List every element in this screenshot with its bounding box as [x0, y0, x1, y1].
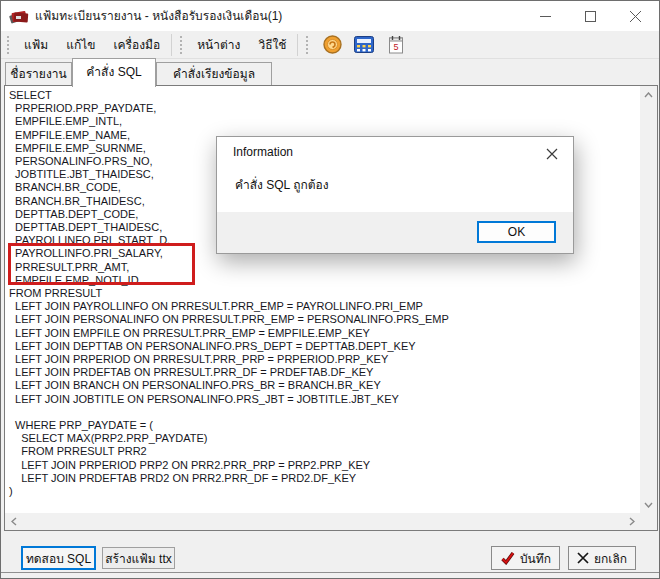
sql-line: LEFT JOIN PRPERIOD ON PRRESULT.PRR_PRP =…: [9, 353, 640, 366]
toolbar-divider: [171, 34, 172, 56]
toolbar-icons: 5: [314, 35, 414, 55]
close-icon: [546, 148, 558, 160]
menu-file[interactable]: แฟ้ม: [15, 30, 57, 59]
menu-edit[interactable]: แก้ไข: [57, 30, 104, 59]
minimize-icon: [540, 11, 551, 22]
sql-line: LEFT JOIN PAYROLLINFO ON PRRESULT.PRR_EM…: [9, 300, 640, 313]
cancel-label: ยกเลิก: [594, 549, 627, 568]
sql-line: EMPFILE.EMP_INTL,: [9, 115, 640, 128]
close-icon: [630, 11, 641, 22]
tab-sort-command[interactable]: คำสั่งเรียงข้อมูล: [156, 62, 272, 86]
minimize-button[interactable]: [523, 1, 568, 31]
title-bar: แฟ้มทะเบียนรายงาน - หนังสือรับรองเงินเดื…: [1, 1, 659, 31]
scroll-down-button[interactable]: [640, 496, 657, 513]
scroll-up-button[interactable]: [640, 86, 657, 103]
save-button[interactable]: บันทึก: [491, 546, 560, 570]
sql-line: LEFT JOIN PERSONALINFO ON PRRESULT.PRR_E…: [9, 313, 640, 326]
sql-line: ): [9, 485, 640, 498]
menu-bar: แฟ้ม แก้ไข เครื่องมือ หน้าต่าง วิธีใช้: [1, 31, 659, 59]
window-controls: [523, 1, 658, 31]
toolbar-gripper[interactable]: [7, 36, 10, 54]
window-title: แฟ้มทะเบียนรายงาน - หนังสือรับรองเงินเดื…: [35, 1, 282, 31]
create-ttx-button[interactable]: สร้างแฟ้ม ttx: [102, 547, 175, 569]
calculator-toolbar-button[interactable]: [354, 35, 374, 55]
toolbar-divider: [297, 34, 298, 56]
chevron-down-icon: [644, 502, 653, 508]
sql-line: PRPERIOD.PRP_PAYDATE,: [9, 102, 640, 115]
sql-line: LEFT JOIN DEPTTAB ON PERSONALINFO.PRS_DE…: [9, 340, 640, 353]
sql-line: FROM PRRESULT: [9, 287, 640, 300]
ok-button[interactable]: OK: [477, 221, 556, 243]
maximize-button[interactable]: [568, 1, 613, 31]
chevron-right-icon: [629, 517, 635, 526]
create-ttx-label: สร้างแฟ้ม ttx: [105, 549, 172, 568]
test-sql-label: ทดสอบ SQL: [26, 549, 91, 568]
tab-report-name[interactable]: ชื่อรายงาน: [5, 62, 72, 86]
sql-line: LEFT JOIN PRPERIOD PRP2 ON PRR2.PRR_PRP …: [9, 459, 640, 472]
sql-line: SELECT MAX(PRP2.PRP_PAYDATE): [9, 432, 640, 445]
sql-line: LEFT JOIN PRDEFTAB ON PRRESULT.PRR_DF = …: [9, 366, 640, 379]
sql-line: WHERE PRP_PAYDATE = (: [9, 419, 640, 432]
window-bottom-edge: [1, 572, 659, 579]
app-icon: [9, 7, 29, 25]
horizontal-scrollbar[interactable]: [5, 513, 640, 530]
check-icon: [500, 551, 515, 565]
scroll-right-button[interactable]: [623, 513, 640, 530]
sql-line: LEFT JOIN JOBTITLE ON PERSONALINFO.PRS_J…: [9, 393, 640, 406]
x-icon: [577, 552, 589, 564]
test-sql-button[interactable]: ทดสอบ SQL: [21, 546, 96, 570]
chevron-up-icon: [644, 92, 653, 98]
cancel-button[interactable]: ยกเลิก: [568, 546, 636, 570]
sql-line: PRRESULT.PRR_AMT,: [9, 261, 640, 274]
chevron-left-icon: [11, 517, 17, 526]
scrollbar-corner: [640, 513, 657, 530]
information-dialog: Information คำสั่ง SQL ถูกต้อง OK: [216, 136, 574, 254]
calculator-icon: [354, 36, 374, 53]
toolbar-gripper[interactable]: [306, 36, 309, 54]
dialog-message: คำสั่ง SQL ถูกต้อง: [235, 175, 329, 194]
tab-strip: ชื่อรายงาน คำสั่ง SQL คำสั่งเรียงข้อมูล: [4, 58, 656, 86]
sql-line: LEFT JOIN EMPFILE ON PRRESULT.PRR_EMP = …: [9, 327, 640, 340]
sql-line: EMPFILE.EMP_NOTI_ID: [9, 274, 640, 287]
save-label: บันทึก: [520, 549, 551, 568]
menu-help[interactable]: วิธีใช้: [249, 30, 295, 59]
close-button[interactable]: [613, 1, 658, 31]
svg-text:5: 5: [394, 42, 399, 52]
sql-line: LEFT JOIN BRANCH ON PERSONALINFO.PRS_BR …: [9, 379, 640, 392]
app-window: แฟ้มทะเบียนรายงาน - หนังสือรับรองเงินเดื…: [0, 0, 660, 579]
vertical-scrollbar[interactable]: [640, 86, 657, 513]
calendar-toolbar-button[interactable]: 5: [386, 35, 406, 55]
toolbar-gripper[interactable]: [180, 36, 183, 54]
sql-line: LEFT JOIN PRDEFTAB PRD2 ON PRR2.PRR_DF =…: [9, 472, 640, 485]
menu-window[interactable]: หน้าต่าง: [188, 30, 249, 59]
calendar-icon: 5: [388, 35, 404, 54]
sql-line: [9, 406, 640, 419]
clock-coin-toolbar-button[interactable]: [322, 35, 342, 55]
menu-tools[interactable]: เครื่องมือ: [104, 30, 169, 59]
footer-bar: ทดสอบ SQL สร้างแฟ้ม ttx บันทึก ยกเลิก: [1, 531, 659, 572]
sql-line: FROM PRRESULT PRR2: [9, 445, 640, 458]
scroll-left-button[interactable]: [5, 513, 22, 530]
clock-coin-icon: [323, 35, 342, 54]
maximize-icon: [585, 11, 596, 22]
tab-sql-command[interactable]: คำสั่ง SQL: [72, 58, 156, 87]
dialog-title: Information: [233, 137, 293, 167]
dialog-footer: OK: [217, 212, 573, 253]
dialog-close-button[interactable]: [541, 144, 563, 164]
sql-line: SELECT: [9, 89, 640, 102]
